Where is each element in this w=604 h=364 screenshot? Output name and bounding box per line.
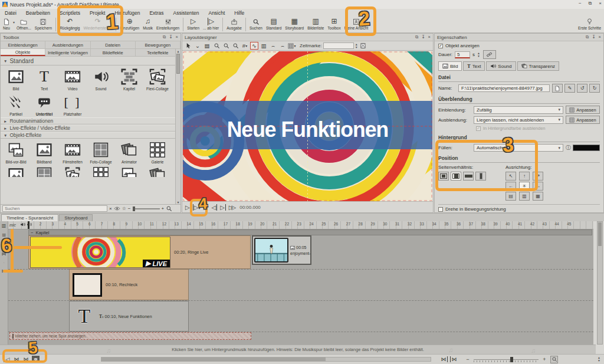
play-from-timemark-button[interactable]: ▷▾: [193, 204, 201, 211]
color-picker-button[interactable]: ▾: [288, 42, 296, 50]
link-duration-button[interactable]: [483, 50, 496, 59]
panel-close-icon[interactable]: ×: [176, 34, 178, 41]
step-forward-button[interactable]: ▷▷: [229, 204, 234, 211]
scroll-up-icon[interactable]: ▴: [176, 49, 180, 53]
skip-to-end-button[interactable]: ▷: [220, 204, 226, 211]
menu-bearbeiten[interactable]: Bearbeiten: [21, 10, 55, 16]
rotate-motion-checkbox[interactable]: ✓: [438, 207, 443, 212]
toolbox-item-animator[interactable]: Animator: [115, 140, 143, 164]
view-custom-button[interactable]: Meine Ansicht: [343, 18, 370, 30]
redo-button[interactable]: ↷Wiederherstellen: [81, 18, 114, 30]
track-options-icon[interactable]: ▥: [2, 223, 6, 228]
section-routenanimationen[interactable]: ►Routenanimationen: [1, 117, 180, 124]
add-button[interactable]: ⊕Hinzufügen: [118, 18, 141, 30]
toolbox-item-video[interactable]: Video: [58, 67, 87, 91]
zoom-in-icon[interactable]: [231, 42, 239, 50]
toolbox-item-partikel[interactable]: Partikel: [2, 92, 30, 116]
favorites-star-icon[interactable]: ☆: [122, 206, 126, 211]
rotate-left-button[interactable]: ↺: [577, 84, 587, 93]
motion-path-button[interactable]: ∿: [250, 42, 258, 50]
panel-pin-icon[interactable]: ↧: [421, 34, 425, 41]
distribute-h-button[interactable]: ▤: [505, 192, 516, 201]
clip-enjoyment-video[interactable]: 00:05 enjoyment-: [252, 235, 311, 265]
background-music-bar[interactable]: ♫ ♫ ♫ ♫ Klicken Sie hier, um Hintergrund…: [0, 345, 596, 354]
menu-datei[interactable]: Datei: [0, 10, 21, 16]
distribute-both-button[interactable]: ▦: [533, 192, 543, 201]
timeline-scrollbar[interactable]: [597, 221, 603, 345]
panel-pin-icon[interactable]: ↧: [592, 34, 595, 41]
camera-pan-button[interactable]: ▥: [260, 42, 268, 50]
thumbnail-size-slider[interactable]: [133, 208, 160, 209]
fade-in-adjust-button[interactable]: Anpassen: [566, 106, 600, 114]
zoom-out-icon[interactable]: −: [128, 206, 131, 211]
align-center-button[interactable]: ✳: [519, 182, 530, 191]
fill-dropdown[interactable]: Automatisch (An)▾: [474, 144, 563, 152]
aspect-original-button[interactable]: [438, 172, 449, 181]
toolbox-item-untertitel[interactable]: Untertitel: [30, 92, 58, 116]
menu-hinzufuegen[interactable]: Hinzufügen: [110, 10, 145, 16]
undo-button[interactable]: ↶Rückgängig: [58, 18, 81, 30]
first-steps-button[interactable]: Erste Schritte: [576, 18, 603, 30]
duration-spinner[interactable]: ▲▼: [477, 52, 480, 58]
panel-close-icon[interactable]: ×: [599, 34, 601, 41]
align-top-right-button[interactable]: ↗: [533, 172, 543, 181]
magnifier-icon[interactable]: [166, 205, 172, 212]
toolbox-item-foto-collage[interactable]: Foto-Collage: [87, 140, 115, 164]
tab-transparenz[interactable]: Transparenz: [517, 61, 560, 71]
restore-icon[interactable]: ⧉: [589, 1, 592, 6]
new-button[interactable]: Neu: [0, 18, 13, 30]
view-standard-button[interactable]: ▤Standard: [264, 18, 283, 30]
panel-pin-icon[interactable]: ↧: [169, 34, 172, 41]
tab-bildeffekte[interactable]: Bildeffekte: [91, 49, 136, 56]
panel-restore-icon[interactable]: ⧉: [586, 34, 589, 41]
fade-bg-checkbox[interactable]: ✓: [476, 126, 481, 131]
panel-restore-icon[interactable]: ⧉: [163, 34, 166, 41]
grid-button[interactable]: #▾: [241, 42, 249, 50]
rotate-right-button[interactable]: ↻: [589, 84, 600, 93]
align-top-button[interactable]: ↑: [519, 172, 530, 181]
play-button[interactable]: ▷: [185, 204, 190, 211]
close-icon[interactable]: ×: [599, 1, 602, 6]
save-timemark-icon[interactable]: [359, 42, 367, 50]
tab-timeline-spuransicht[interactable]: Timeline - Spuransicht: [1, 214, 58, 221]
fade-out-dropdown[interactable]: Liegen lassen, nicht ausblenden▾: [474, 116, 563, 124]
change-file-button[interactable]: [552, 84, 563, 93]
insert-track-icon[interactable]: ▤: [2, 242, 6, 247]
start-button[interactable]: ▷Starten: [185, 18, 201, 30]
eye-icon[interactable]: [114, 205, 120, 212]
fade-in-dropdown[interactable]: Zufällig▾: [474, 106, 563, 114]
playhead[interactable]: [28, 221, 29, 229]
tab-sound[interactable]: Sound: [486, 61, 516, 71]
open-button[interactable]: Öffnen...: [15, 18, 33, 30]
save-button[interactable]: Speichern: [33, 18, 54, 30]
timeline-zoom-in-icon[interactable]: +: [541, 356, 548, 362]
collapse-tracks-icon[interactable]: ⋈: [2, 268, 6, 274]
clip-rechteck[interactable]: 00:10, Rechteck: [69, 269, 189, 300]
clear-search-icon[interactable]: ×: [109, 206, 112, 211]
clip-ringe-live[interactable]: ▶LIVE 00:20, Ringe Live: [28, 235, 251, 269]
section-objekt-effekte[interactable]: ▼Objekt-Effekte: [1, 132, 180, 139]
monitor-icon[interactable]: ▤: [203, 42, 211, 50]
toolbox-item-sound[interactable]: Sound: [87, 67, 115, 91]
zoom-project-button[interactable]: ⋈: [22, 356, 29, 362]
toolbox-item-bild[interactable]: Bild: [2, 67, 30, 91]
tab-objekte[interactable]: Objekte: [1, 49, 45, 56]
output-button[interactable]: Ausgabe: [225, 18, 244, 30]
fade-out-adjust-button[interactable]: Anpassen: [566, 116, 600, 124]
background-color-swatch[interactable]: [573, 145, 600, 151]
toolbox-item-kapitel[interactable]: Kapitel: [115, 67, 143, 91]
tab-storyboard[interactable]: Storyboard: [59, 214, 93, 221]
toolbox-item-filmstreifen[interactable]: Filmstreifen: [58, 140, 87, 164]
skip-to-start-button[interactable]: ◁: [211, 204, 217, 211]
section-live-effekte[interactable]: ►Live-Effekte / Video-Effekte: [1, 124, 180, 132]
filename-field[interactable]: F:\11\praktische\enjoyment-884977.jpg: [458, 84, 550, 92]
toolbox-item-text[interactable]: TText: [30, 67, 58, 91]
distribute-v-button[interactable]: ▥: [519, 192, 530, 201]
timeline-ruler[interactable]: mic 123456789101112131415161718192021222…: [8, 221, 593, 229]
fit-project-icon[interactable]: ⋈: [450, 356, 457, 362]
music-button[interactable]: ♫Musik: [141, 18, 155, 30]
menu-extras[interactable]: Extras: [145, 10, 168, 16]
scroll-down-icon[interactable]: ▾: [176, 200, 180, 204]
timeline-zoom-out-icon[interactable]: −: [464, 356, 471, 362]
menu-scriptlets[interactable]: Scriptlets: [55, 10, 85, 16]
